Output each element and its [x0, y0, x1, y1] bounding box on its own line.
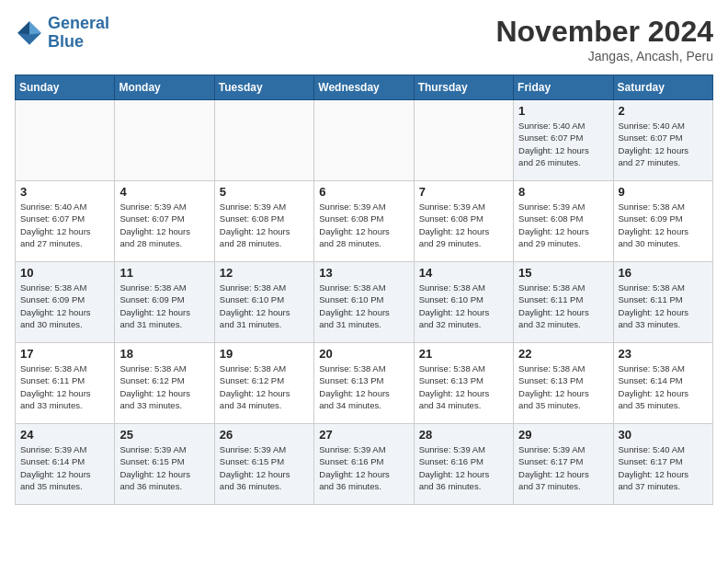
day-number: 7 [419, 185, 508, 199]
day-detail: Sunrise: 5:39 AM Sunset: 6:08 PM Dayligh… [220, 201, 309, 249]
calendar-cell: 30Sunrise: 5:40 AM Sunset: 6:17 PM Dayli… [613, 424, 712, 505]
day-detail: Sunrise: 5:38 AM Sunset: 6:09 PM Dayligh… [619, 201, 708, 249]
logo-text: General Blue [48, 15, 109, 52]
day-number: 18 [119, 347, 209, 361]
weekday-header-saturday: Saturday [613, 75, 712, 100]
week-row-0: 1Sunrise: 5:40 AM Sunset: 6:07 PM Daylig… [16, 100, 713, 181]
day-detail: Sunrise: 5:38 AM Sunset: 6:10 PM Dayligh… [419, 282, 508, 330]
calendar-cell: 7Sunrise: 5:39 AM Sunset: 6:08 PM Daylig… [414, 181, 513, 262]
calendar-cell: 2Sunrise: 5:40 AM Sunset: 6:07 PM Daylig… [613, 100, 712, 181]
day-detail: Sunrise: 5:38 AM Sunset: 6:11 PM Dayligh… [518, 282, 608, 330]
calendar-cell: 15Sunrise: 5:38 AM Sunset: 6:11 PM Dayli… [514, 262, 613, 343]
calendar-cell: 26Sunrise: 5:39 AM Sunset: 6:15 PM Dayli… [214, 424, 313, 505]
calendar-cell: 22Sunrise: 5:38 AM Sunset: 6:13 PM Dayli… [514, 343, 613, 424]
calendar-cell: 24Sunrise: 5:39 AM Sunset: 6:14 PM Dayli… [16, 424, 115, 505]
day-number: 19 [220, 347, 309, 361]
day-number: 15 [518, 266, 608, 280]
day-detail: Sunrise: 5:39 AM Sunset: 6:14 PM Dayligh… [20, 443, 109, 492]
calendar-cell: 14Sunrise: 5:38 AM Sunset: 6:10 PM Dayli… [414, 262, 513, 343]
calendar-cell: 29Sunrise: 5:39 AM Sunset: 6:17 PM Dayli… [514, 424, 613, 505]
day-number: 2 [619, 104, 708, 118]
day-number: 27 [319, 428, 408, 442]
day-detail: Sunrise: 5:40 AM Sunset: 6:07 PM Dayligh… [20, 201, 109, 249]
day-number: 14 [419, 266, 508, 280]
day-detail: Sunrise: 5:38 AM Sunset: 6:12 PM Dayligh… [119, 362, 209, 411]
weekday-header-friday: Friday [514, 75, 613, 100]
day-number: 8 [518, 185, 608, 199]
day-number: 10 [20, 266, 109, 280]
day-detail: Sunrise: 5:38 AM Sunset: 6:09 PM Dayligh… [20, 282, 109, 330]
day-detail: Sunrise: 5:39 AM Sunset: 6:08 PM Dayligh… [419, 201, 508, 249]
calendar-cell: 20Sunrise: 5:38 AM Sunset: 6:13 PM Dayli… [314, 343, 414, 424]
logo-icon [15, 18, 44, 48]
calendar-table: SundayMondayTuesdayWednesdayThursdayFrid… [15, 75, 713, 505]
day-number: 16 [619, 266, 708, 280]
day-number: 13 [319, 266, 408, 280]
day-number: 26 [220, 428, 309, 442]
day-detail: Sunrise: 5:38 AM Sunset: 6:13 PM Dayligh… [518, 362, 608, 411]
day-number: 22 [518, 347, 608, 361]
day-detail: Sunrise: 5:38 AM Sunset: 6:10 PM Dayligh… [319, 282, 408, 330]
calendar-cell [314, 100, 414, 181]
day-detail: Sunrise: 5:39 AM Sunset: 6:15 PM Dayligh… [119, 443, 209, 492]
day-detail: Sunrise: 5:39 AM Sunset: 6:16 PM Dayligh… [419, 443, 508, 492]
title-block: November 2024 Jangas, Ancash, Peru [495, 15, 713, 63]
day-detail: Sunrise: 5:39 AM Sunset: 6:15 PM Dayligh… [220, 443, 309, 492]
day-number: 11 [119, 266, 209, 280]
day-detail: Sunrise: 5:38 AM Sunset: 6:12 PM Dayligh… [220, 362, 309, 411]
calendar-cell [414, 100, 513, 181]
day-detail: Sunrise: 5:38 AM Sunset: 6:11 PM Dayligh… [619, 282, 708, 330]
day-detail: Sunrise: 5:38 AM Sunset: 6:13 PM Dayligh… [319, 362, 408, 411]
calendar-cell: 19Sunrise: 5:38 AM Sunset: 6:12 PM Dayli… [214, 343, 313, 424]
calendar-cell [115, 100, 214, 181]
weekday-header-sunday: Sunday [16, 75, 115, 100]
calendar-cell: 23Sunrise: 5:38 AM Sunset: 6:14 PM Dayli… [613, 343, 712, 424]
day-detail: Sunrise: 5:40 AM Sunset: 6:07 PM Dayligh… [518, 120, 608, 168]
calendar-cell: 27Sunrise: 5:39 AM Sunset: 6:16 PM Dayli… [314, 424, 414, 505]
calendar-cell: 9Sunrise: 5:38 AM Sunset: 6:09 PM Daylig… [613, 181, 712, 262]
calendar-cell: 6Sunrise: 5:39 AM Sunset: 6:08 PM Daylig… [314, 181, 414, 262]
day-number: 1 [518, 104, 608, 118]
calendar-cell: 17Sunrise: 5:38 AM Sunset: 6:11 PM Dayli… [16, 343, 115, 424]
month-title: November 2024 [495, 15, 713, 49]
day-number: 29 [518, 428, 608, 442]
day-detail: Sunrise: 5:38 AM Sunset: 6:10 PM Dayligh… [220, 282, 309, 330]
day-number: 5 [220, 185, 309, 199]
day-number: 20 [319, 347, 408, 361]
weekday-header-monday: Monday [115, 75, 214, 100]
calendar-cell [16, 100, 115, 181]
day-number: 6 [319, 185, 408, 199]
day-number: 30 [619, 428, 708, 442]
location: Jangas, Ancash, Peru [495, 49, 713, 63]
calendar-cell: 8Sunrise: 5:39 AM Sunset: 6:08 PM Daylig… [514, 181, 613, 262]
day-detail: Sunrise: 5:39 AM Sunset: 6:16 PM Dayligh… [319, 443, 408, 492]
week-row-4: 24Sunrise: 5:39 AM Sunset: 6:14 PM Dayli… [16, 424, 713, 505]
day-number: 3 [20, 185, 109, 199]
day-detail: Sunrise: 5:38 AM Sunset: 6:11 PM Dayligh… [20, 362, 109, 411]
calendar-cell: 16Sunrise: 5:38 AM Sunset: 6:11 PM Dayli… [613, 262, 712, 343]
day-number: 25 [119, 428, 209, 442]
calendar-cell: 1Sunrise: 5:40 AM Sunset: 6:07 PM Daylig… [514, 100, 613, 181]
day-number: 24 [20, 428, 109, 442]
week-row-2: 10Sunrise: 5:38 AM Sunset: 6:09 PM Dayli… [16, 262, 713, 343]
svg-marker-1 [29, 21, 41, 34]
day-number: 28 [419, 428, 508, 442]
svg-marker-2 [17, 21, 29, 34]
day-number: 12 [220, 266, 309, 280]
day-number: 17 [20, 347, 109, 361]
day-number: 21 [419, 347, 508, 361]
day-detail: Sunrise: 5:38 AM Sunset: 6:14 PM Dayligh… [619, 362, 708, 411]
calendar-cell: 28Sunrise: 5:39 AM Sunset: 6:16 PM Dayli… [414, 424, 513, 505]
calendar-cell: 3Sunrise: 5:40 AM Sunset: 6:07 PM Daylig… [16, 181, 115, 262]
week-row-3: 17Sunrise: 5:38 AM Sunset: 6:11 PM Dayli… [16, 343, 713, 424]
day-detail: Sunrise: 5:39 AM Sunset: 6:07 PM Dayligh… [119, 201, 209, 249]
weekday-header-tuesday: Tuesday [214, 75, 313, 100]
day-detail: Sunrise: 5:40 AM Sunset: 6:07 PM Dayligh… [619, 120, 708, 168]
page-header: General Blue November 2024 Jangas, Ancas… [15, 15, 713, 63]
calendar-cell [214, 100, 313, 181]
calendar-cell: 12Sunrise: 5:38 AM Sunset: 6:10 PM Dayli… [214, 262, 313, 343]
weekday-header-thursday: Thursday [414, 75, 513, 100]
calendar-cell: 21Sunrise: 5:38 AM Sunset: 6:13 PM Dayli… [414, 343, 513, 424]
day-number: 9 [619, 185, 708, 199]
day-detail: Sunrise: 5:40 AM Sunset: 6:17 PM Dayligh… [619, 443, 708, 492]
